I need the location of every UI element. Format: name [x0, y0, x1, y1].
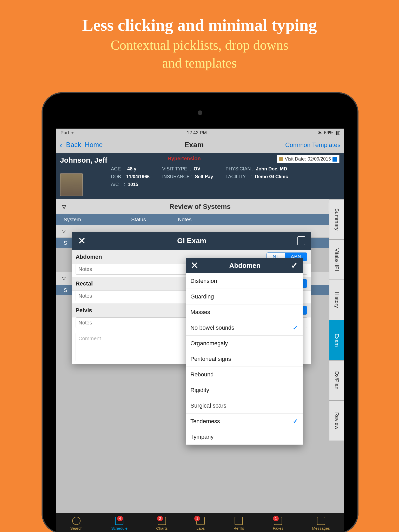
tab-labs[interactable]: Labs1	[196, 517, 205, 530]
battery-icon: ▮▯	[335, 130, 341, 136]
picklist-item[interactable]: Rebound	[186, 367, 303, 382]
common-templates-button[interactable]: Common Templates	[285, 141, 341, 149]
side-tabs: SummaryVitals/HPIHistoryExamDx/PlanRevie…	[329, 199, 344, 519]
ipad-frame: iPad ᯤ 12:42 PM ✱ 69% ▮▯ ‹ Back Home Exa…	[42, 92, 358, 532]
headline-title: Less clicking and minimal typing	[0, 16, 399, 35]
close-icon[interactable]: ✕	[78, 235, 86, 247]
tab-label: Refills	[234, 526, 244, 530]
screen: iPad ᯤ 12:42 PM ✱ 69% ▮▯ ‹ Back Home Exa…	[56, 129, 344, 532]
battery-pct: 69%	[324, 130, 333, 136]
tab-label: Schedule	[111, 526, 128, 530]
picklist-item-label: Rebound	[190, 371, 214, 378]
device-label: iPad	[59, 130, 69, 136]
tab-charts[interactable]: Charts2	[156, 517, 168, 530]
alert-badge: Hypertension	[168, 156, 201, 162]
headline-sub1: Contextual picklists, drop downs	[0, 37, 399, 53]
wifi-icon: ᯤ	[71, 130, 76, 136]
content-area: ▽ Review of Systems System Status Notes …	[56, 199, 344, 519]
picklist-item-label: Organomegaly	[190, 340, 228, 347]
badge: 4	[117, 516, 123, 521]
calendar-icon	[332, 157, 337, 162]
status-bar: iPad ᯤ 12:42 PM ✱ 69% ▮▯	[56, 129, 344, 137]
picklist-item-label: Distension	[190, 278, 217, 284]
patient-bar: Johnson, Jeff AGE : 48 y DOB : 11/04/196…	[56, 153, 344, 199]
patient-name: Johnson, Jeff	[60, 156, 107, 164]
check-icon: ✓	[293, 324, 298, 331]
search-icon	[72, 517, 81, 525]
messages-icon	[317, 517, 325, 525]
tab-label: Charts	[156, 526, 168, 530]
side-tab-exam[interactable]: Exam	[329, 320, 344, 360]
collapse-icon[interactable]: ▽	[62, 228, 66, 234]
clock: 12:42 PM	[187, 130, 207, 136]
save-icon[interactable]	[297, 236, 305, 245]
section-header: ▽ Review of Systems	[56, 199, 344, 214]
person-icon	[279, 157, 283, 161]
home-button[interactable]: Home	[85, 141, 103, 149]
picklist-item[interactable]: Tenderness✓	[186, 414, 303, 429]
side-tab-dxplan[interactable]: Dx/Plan	[329, 360, 344, 401]
side-tab-vitalshpi[interactable]: Vitals/HPI	[329, 240, 344, 280]
marketing-headline: Less clicking and minimal typing Context…	[0, 0, 399, 71]
picklist-item[interactable]: Tympany	[186, 429, 303, 445]
tab-refills[interactable]: Refills	[234, 517, 244, 530]
badge: 1	[273, 516, 279, 521]
headline-sub2: and templates	[0, 55, 399, 71]
picklist-item[interactable]: No bowel sounds✓	[186, 320, 303, 336]
picklist-item-label: Tympany	[190, 434, 214, 440]
tab-search[interactable]: Search	[70, 517, 83, 530]
bottom-tab-bar: SearchSchedule4Charts2Labs1RefillsFaxes1…	[56, 513, 344, 532]
picklist-item-label: Surgical scars	[190, 402, 226, 409]
picklist-item-label: Peritoneal signs	[190, 356, 231, 362]
tab-faxes[interactable]: Faxes1	[273, 517, 283, 530]
tab-label: Faxes	[273, 526, 283, 530]
side-tab-review[interactable]: Review	[329, 401, 344, 441]
confirm-icon[interactable]: ✓	[291, 261, 298, 270]
picklist-item[interactable]: Peritoneal signs	[186, 351, 303, 367]
picklist-item[interactable]: Guarding	[186, 289, 303, 304]
page-title: Exam	[184, 141, 204, 149]
refills-icon	[235, 517, 243, 525]
close-icon[interactable]: ✕	[190, 260, 199, 271]
tab-label: Labs	[196, 526, 205, 530]
picklist-item[interactable]: Surgical scars	[186, 398, 303, 414]
picklist-item-label: No bowel sounds	[190, 324, 234, 331]
collapse-icon[interactable]: ▽	[62, 204, 66, 210]
bluetooth-icon: ✱	[318, 130, 322, 136]
picklist-item-label: Guarding	[190, 293, 214, 300]
back-button[interactable]: Back	[66, 141, 81, 149]
abdomen-picklist: ✕ Abdomen ✓ DistensionGuardingMassesNo b…	[186, 258, 303, 445]
picklist-item[interactable]: Masses	[186, 304, 303, 320]
visit-date-picker[interactable]: Visit Date:02/09/2015	[277, 155, 340, 163]
camera-icon	[198, 110, 202, 115]
side-tab-history[interactable]: History	[329, 280, 344, 320]
picklist-item[interactable]: Distension	[186, 273, 303, 289]
side-tab-summary[interactable]: Summary	[329, 199, 344, 240]
column-headers: System Status Notes	[56, 214, 344, 225]
tab-label: Messages	[312, 526, 330, 530]
modal-title: GI Exam	[177, 237, 206, 245]
nav-bar: ‹ Back Home Exam Common Templates	[56, 137, 344, 153]
badge: 2	[157, 516, 163, 521]
collapse-icon[interactable]: ▽	[62, 276, 66, 281]
picklist-item-label: Rigidity	[190, 387, 209, 394]
tab-schedule[interactable]: Schedule4	[111, 517, 128, 530]
picklist-item[interactable]: Organomegaly	[186, 336, 303, 351]
avatar[interactable]	[60, 173, 83, 196]
check-icon: ✓	[293, 418, 298, 425]
picklist-item[interactable]: Rigidity	[186, 382, 303, 398]
badge: 1	[194, 516, 200, 521]
tab-label: Search	[70, 526, 83, 530]
tab-messages[interactable]: Messages	[312, 517, 330, 530]
back-chevron-icon[interactable]: ‹	[59, 140, 62, 150]
picklist-title: Abdomen	[229, 262, 261, 270]
picklist-item-label: Masses	[190, 309, 210, 316]
picklist-item-label: Tenderness	[190, 418, 220, 425]
